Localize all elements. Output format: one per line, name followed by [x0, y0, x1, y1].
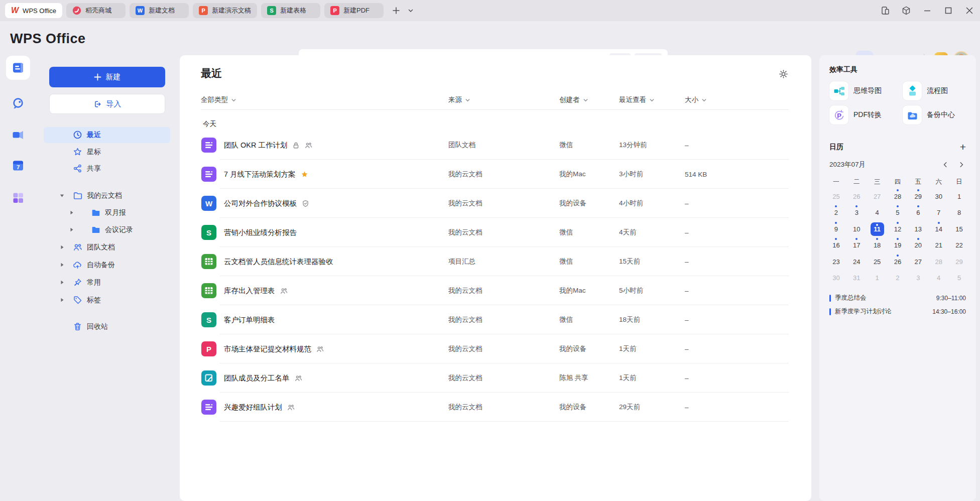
- calendar-day[interactable]: 26: [888, 254, 908, 270]
- calendar-day[interactable]: 17: [846, 237, 867, 254]
- calendar-day[interactable]: 3: [908, 270, 928, 287]
- file-row[interactable]: W公司对外合作协议模板我的云文档我的设备4小时前–: [180, 189, 811, 218]
- caret-right-icon[interactable]: [59, 262, 65, 268]
- rail-item-documents[interactable]: [6, 56, 30, 80]
- import-button[interactable]: 导入: [49, 94, 165, 114]
- calendar-day[interactable]: 5: [888, 205, 908, 221]
- sidebar-item-bimonthly-report[interactable]: 双月报: [44, 205, 170, 221]
- calendar-day[interactable]: 4: [867, 205, 888, 221]
- calendar-day[interactable]: 4: [928, 270, 949, 287]
- filter-creator[interactable]: 创建者: [559, 94, 588, 105]
- calendar-day[interactable]: 10: [846, 221, 867, 237]
- file-row[interactable]: 库存出入管理表我的云文档我的Mac5小时前–: [180, 276, 811, 305]
- calendar-day[interactable]: 22: [949, 237, 969, 254]
- calendar-day[interactable]: 19: [888, 237, 908, 254]
- file-row[interactable]: 兴趣爱好组队计划我的云文档我的设备29天前–: [180, 393, 811, 422]
- tab-new-pdf[interactable]: P新建PDF: [324, 3, 384, 18]
- minimize-button[interactable]: [922, 5, 933, 16]
- file-row[interactable]: S客户订单明细表我的云文档微信18天前–: [180, 305, 811, 334]
- calendar-day[interactable]: 1: [867, 270, 888, 287]
- workspace-cube-icon[interactable]: [901, 5, 912, 16]
- calendar-day[interactable]: 26: [846, 188, 867, 205]
- calendar-day[interactable]: 27: [867, 188, 888, 205]
- sidebar-item-team-docs[interactable]: 团队文档: [44, 239, 170, 256]
- sidebar-item-starred[interactable]: 星标: [44, 144, 170, 160]
- calendar-day[interactable]: 25: [867, 254, 888, 270]
- file-row[interactable]: S营销小组业绩分析报告我的云文档微信4天前–: [180, 218, 811, 247]
- sidebar-item-recent[interactable]: 最近: [44, 127, 170, 143]
- calendar-day[interactable]: 29: [949, 254, 969, 270]
- tab-list-chevron-icon[interactable]: [408, 8, 414, 14]
- tab-new-doc[interactable]: W新建文档: [130, 3, 189, 18]
- tool-flowchart[interactable]: 流程图: [903, 81, 966, 100]
- calendar-day[interactable]: 16: [826, 237, 846, 254]
- calendar-event[interactable]: 季度总结会9:30–11:00: [829, 291, 966, 305]
- calendar-day[interactable]: 20: [908, 237, 928, 254]
- filter-all-types[interactable]: 全部类型: [201, 94, 236, 105]
- sidebar-item-meeting-notes[interactable]: 会议记录: [44, 222, 170, 238]
- add-event-button[interactable]: +: [960, 142, 966, 152]
- calendar-day[interactable]: 8: [949, 205, 969, 221]
- calendar-day[interactable]: 13: [908, 221, 928, 237]
- calendar-day[interactable]: 25: [826, 188, 846, 205]
- sidebar-item-shared[interactable]: 共享: [44, 161, 170, 177]
- calendar-day[interactable]: 28: [928, 254, 949, 270]
- calendar-day[interactable]: 6: [908, 205, 928, 221]
- calendar-prev-button[interactable]: [941, 160, 950, 169]
- calendar-day[interactable]: 29: [908, 188, 928, 205]
- calendar-day[interactable]: 2: [826, 205, 846, 221]
- calendar-next-button[interactable]: [957, 160, 966, 169]
- sidebar-item-tags[interactable]: 标签: [44, 292, 170, 308]
- new-tab-button[interactable]: [392, 6, 401, 15]
- rail-item-apps[interactable]: [6, 186, 30, 210]
- calendar-day[interactable]: 2: [888, 270, 908, 287]
- sidebar-item-my-cloud-docs[interactable]: 我的云文档: [44, 188, 170, 204]
- filter-source[interactable]: 来源: [448, 94, 470, 105]
- calendar-day[interactable]: 27: [908, 254, 928, 270]
- tool-backup-center[interactable]: 备份中心: [903, 105, 966, 124]
- calendar-day[interactable]: 31: [846, 270, 867, 287]
- sidebar-item-recycle-bin[interactable]: 回收站: [44, 319, 170, 335]
- calendar-day[interactable]: 1: [949, 188, 969, 205]
- calendar-day[interactable]: 3: [846, 205, 867, 221]
- calendar-day[interactable]: 12: [888, 221, 908, 237]
- file-row[interactable]: 团队 OKR 工作计划团队文档微信13分钟前–: [180, 131, 811, 160]
- sidebar-item-auto-backup[interactable]: 自动备份: [44, 257, 170, 273]
- calendar-day[interactable]: 15: [949, 221, 969, 237]
- tool-pdf-convert[interactable]: PPDF转换: [829, 105, 903, 124]
- calendar-day[interactable]: 28: [888, 188, 908, 205]
- new-button[interactable]: 新建: [49, 67, 165, 87]
- calendar-day[interactable]: 30: [928, 188, 949, 205]
- caret-right-icon[interactable]: [59, 297, 65, 303]
- calendar-day[interactable]: 21: [928, 237, 949, 254]
- maximize-button[interactable]: [943, 5, 954, 16]
- file-row[interactable]: 7 月线下活动策划方案我的云文档我的Mac3小时前514 KB: [180, 160, 811, 189]
- calendar-day[interactable]: 18: [867, 237, 888, 254]
- filter-size[interactable]: 大小: [685, 94, 707, 105]
- settings-gear-icon[interactable]: [779, 69, 788, 79]
- caret-right-icon[interactable]: [68, 226, 75, 233]
- caret-right-icon[interactable]: [59, 244, 65, 250]
- calendar-day[interactable]: 23: [826, 254, 846, 270]
- calendar-event[interactable]: 新季度学习计划讨论14:30–16:00: [829, 305, 966, 318]
- caret-down-icon[interactable]: [59, 192, 65, 199]
- caret-right-icon[interactable]: [59, 279, 65, 286]
- sidebar-item-frequent[interactable]: 常用: [44, 275, 170, 291]
- calendar-day[interactable]: 9: [826, 221, 846, 237]
- tab-new-sheet[interactable]: S新建表格: [261, 3, 320, 18]
- caret-right-icon[interactable]: [68, 209, 75, 216]
- tab-new-slides[interactable]: P新建演示文稿: [193, 3, 257, 18]
- file-row[interactable]: P市场主体登记提交材料规范我的云文档我的设备1天前–: [180, 334, 811, 363]
- calendar-day[interactable]: 5: [949, 270, 969, 287]
- calendar-day-selected[interactable]: 11: [867, 221, 888, 237]
- calendar-day[interactable]: 7: [928, 205, 949, 221]
- file-row[interactable]: 团队成员及分工名单我的云文档陈旭 共享1天前–: [180, 363, 811, 393]
- close-button[interactable]: [964, 5, 975, 16]
- tab-wps-office[interactable]: WWPS Office: [5, 3, 62, 18]
- calendar-day[interactable]: 30: [826, 270, 846, 287]
- tab-docer-mall[interactable]: 稻壳商城: [66, 3, 126, 18]
- tool-mindmap[interactable]: 思维导图: [829, 81, 903, 100]
- filter-last-viewed[interactable]: 最近查看: [619, 94, 655, 105]
- calendar-day[interactable]: 14: [928, 221, 949, 237]
- calendar-day[interactable]: 24: [846, 254, 867, 270]
